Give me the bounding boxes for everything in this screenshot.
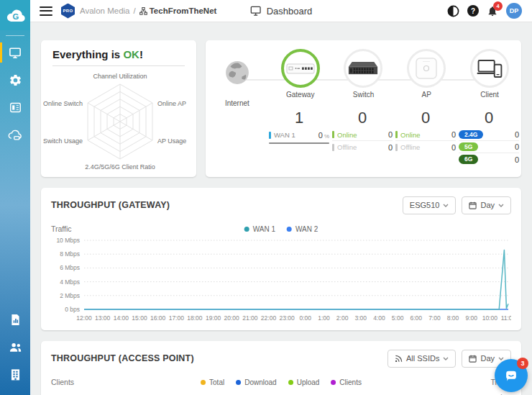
svg-text:10:00: 10:00 (482, 314, 498, 322)
switch-stats-column: 0 Online 0 Offline 0 (332, 107, 393, 165)
svg-text:Channel Utilization: Channel Utilization (93, 73, 147, 80)
main-area: PRO Avalon Media / TechFromTheNet (30, 0, 532, 395)
internet-globe-icon (224, 60, 250, 86)
svg-text:Online Switch: Online Switch (43, 100, 83, 107)
legend-download[interactable]: Download (236, 378, 276, 386)
building-icon (9, 368, 22, 381)
offline-label: Offline (400, 143, 420, 151)
online-marker (332, 131, 334, 138)
svg-text:G: G (13, 12, 19, 21)
chat-bubble-icon (503, 368, 519, 383)
chat-unread-badge: 3 (517, 358, 528, 369)
brand-logo[interactable]: G (0, 0, 30, 30)
breadcrumb-network-label: TechFromTheNet (150, 6, 217, 15)
calendar-icon (469, 201, 477, 209)
device-stats: 1 WAN 1 0% 0 (269, 107, 521, 165)
svg-text:18:00: 18:00 (187, 314, 203, 322)
devices-topology-card: Internet (206, 40, 521, 177)
switch-ring[interactable] (344, 49, 382, 88)
svg-text:16:00: 16:00 (150, 314, 166, 322)
contrast-toggle-button[interactable] (447, 5, 459, 17)
band-5g-row: 5G 0 (459, 141, 519, 153)
sidebar-item-report[interactable] (0, 306, 30, 333)
chevron-down-icon (443, 204, 449, 207)
online-value: 0 (388, 130, 393, 139)
svg-text:0 bps: 0 bps (65, 306, 80, 313)
svg-text:10 Mbps: 10 Mbps (56, 237, 80, 244)
sidebar-divider (6, 35, 24, 36)
legend-total[interactable]: Total (201, 378, 224, 386)
ap-offline-row: Offline 0 (395, 141, 456, 153)
gateway-ring[interactable] (281, 49, 320, 88)
news-panel-icon (9, 101, 22, 114)
notifications-button[interactable]: 4 (487, 5, 498, 17)
offline-value: 0 (388, 143, 393, 152)
band-6g-badge: 6G (459, 155, 478, 164)
clients-axis-label: Clients (51, 378, 74, 386)
svg-text:12:00: 12:00 (76, 314, 92, 322)
legend-wan1[interactable]: WAN 1 (244, 225, 275, 233)
ap-chart-legend: Total Download Upload Clients (201, 378, 362, 386)
legend-upload[interactable]: Upload (288, 378, 320, 386)
app-root: G (0, 0, 532, 395)
gear-icon (9, 73, 22, 87)
band-6g-value: 0 (515, 155, 519, 164)
wan1-usage-bar (269, 142, 329, 144)
sidebar: G (0, 0, 30, 395)
node-label: Client (480, 91, 499, 99)
online-label: Online (337, 131, 357, 139)
node-label: AP (422, 91, 431, 99)
topology-row: Internet (206, 49, 521, 107)
chat-support-button[interactable]: 3 (495, 359, 528, 392)
svg-text:22:00: 22:00 (261, 314, 277, 322)
gateway-stats-column: 1 WAN 1 0% (269, 107, 329, 165)
breadcrumb-network[interactable]: TechFromTheNet (139, 6, 217, 15)
node-label: Internet (225, 99, 249, 107)
node-label: Gateway (286, 91, 314, 99)
hamburger-menu-button[interactable] (40, 6, 52, 16)
switch-device-icon (347, 60, 379, 77)
sidebar-item-insight[interactable] (0, 94, 30, 121)
sidebar-item-cloud-management[interactable] (0, 121, 30, 148)
svg-text:2:00: 2:00 (336, 314, 349, 322)
sidebar-item-team[interactable] (0, 333, 30, 360)
traffic-axis-label: Traffic (51, 224, 72, 233)
ap-ring[interactable] (407, 49, 446, 88)
wan1-value: 0% (318, 131, 329, 140)
gateway-period-select[interactable]: Day (462, 196, 511, 214)
sidebar-item-manage[interactable] (0, 39, 30, 66)
legend-wan2[interactable]: WAN 2 (287, 225, 318, 233)
top-actions: ? 4 DP (447, 3, 522, 19)
notification-count-badge: 4 (493, 1, 503, 11)
switch-count: 0 (332, 107, 393, 129)
offline-marker (395, 144, 398, 151)
ap-chart-title: THROUGHPUT (ACCESS POINT) (51, 353, 194, 363)
chevron-down-icon (443, 357, 449, 360)
client-devices-icon (477, 59, 503, 78)
help-button[interactable]: ? (467, 5, 479, 17)
node-label: Switch (353, 91, 374, 99)
svg-text:15:00: 15:00 (132, 314, 147, 322)
gateway-device-select[interactable]: ESG510 (403, 196, 457, 214)
avatar[interactable]: DP (506, 3, 522, 19)
breadcrumb-separator: / (133, 6, 135, 15)
svg-text:2 Mbps: 2 Mbps (60, 292, 80, 299)
svg-text:AP Usage: AP Usage (157, 137, 186, 145)
sidebar-item-configure[interactable] (0, 66, 30, 94)
svg-text:0:00: 0:00 (300, 314, 312, 322)
health-radar-chart: Channel UtilizationOnline APAP Usage2.4G… (41, 66, 196, 174)
report-document-icon (9, 313, 22, 327)
client-ring[interactable] (470, 49, 509, 88)
gateway-throughput-card: THROUGHPUT (GATEWAY) ESG510 Day (41, 188, 521, 330)
network-hierarchy-icon (139, 7, 147, 15)
legend-clients[interactable]: Clients (331, 378, 362, 386)
sidebar-item-organization[interactable] (0, 360, 30, 388)
svg-text:6 Mbps: 6 Mbps (60, 264, 80, 271)
ssid-select[interactable]: All SSIDs (387, 350, 456, 368)
svg-text:17:00: 17:00 (169, 314, 185, 322)
svg-text:13:00: 13:00 (95, 314, 111, 322)
cloud-device-icon (7, 128, 23, 142)
svg-text:21:00: 21:00 (242, 314, 258, 322)
breadcrumb-org[interactable]: Avalon Media (80, 6, 129, 15)
online-marker (395, 131, 398, 138)
